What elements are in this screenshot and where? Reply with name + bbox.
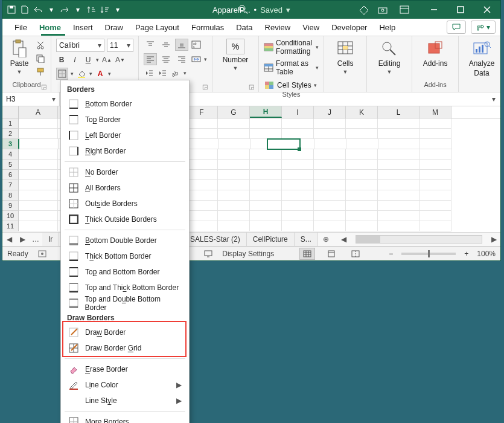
- cell[interactable]: [314, 180, 346, 190]
- cell[interactable]: [250, 160, 282, 170]
- cell[interactable]: [419, 190, 451, 201]
- tab-insert[interactable]: Insert: [67, 19, 99, 36]
- name-box[interactable]: H3 ▾: [2, 92, 60, 106]
- tab-data[interactable]: Data: [230, 19, 258, 36]
- menu-item-bottom-double-border[interactable]: Bottom Double Border: [62, 233, 188, 248]
- cell[interactable]: [186, 160, 218, 170]
- cell[interactable]: [218, 170, 250, 180]
- cell[interactable]: [218, 211, 250, 221]
- cell[interactable]: [250, 170, 282, 180]
- cell[interactable]: [314, 221, 346, 231]
- cell[interactable]: [186, 180, 218, 190]
- view-normal-icon[interactable]: [299, 248, 315, 260]
- row-header[interactable]: 10: [2, 211, 19, 221]
- cut-icon[interactable]: [35, 40, 46, 51]
- cell[interactable]: [419, 221, 451, 231]
- hscroll-right[interactable]: ▶: [487, 233, 500, 246]
- formula-expand-icon[interactable]: ▾: [487, 92, 500, 106]
- cell[interactable]: [314, 160, 346, 170]
- column-header[interactable]: L: [378, 106, 419, 118]
- copy-icon[interactable]: [35, 53, 46, 64]
- format-painter-icon[interactable]: [35, 66, 46, 77]
- tab-developer[interactable]: Developer: [325, 19, 373, 36]
- menu-item-top-thick-bottom-border[interactable]: Top and Thick Bottom Border: [62, 280, 188, 295]
- cell[interactable]: [378, 180, 419, 190]
- cell[interactable]: [346, 221, 378, 231]
- cell[interactable]: [186, 170, 218, 180]
- cell[interactable]: [346, 190, 378, 201]
- cell[interactable]: [378, 201, 419, 211]
- cell[interactable]: [250, 129, 282, 139]
- redo-icon[interactable]: [59, 4, 70, 15]
- cell[interactable]: [19, 160, 58, 170]
- tab-draw[interactable]: Draw: [99, 19, 129, 36]
- cell[interactable]: [250, 149, 282, 160]
- hscroll-left[interactable]: ◀: [337, 233, 351, 246]
- tab-home[interactable]: Home: [33, 19, 67, 36]
- save-status[interactable]: Saved: [260, 5, 282, 15]
- editing-button[interactable]: Editing ▼: [372, 39, 407, 75]
- menu-item-more-borders[interactable]: More Borders...: [62, 414, 188, 423]
- diamond-icon[interactable]: [359, 5, 369, 16]
- comments-button[interactable]: [447, 21, 466, 34]
- menu-item-bottom-border[interactable]: Bottom Border: [62, 96, 188, 112]
- cell[interactable]: [186, 190, 218, 201]
- menu-item-thick-outside-borders[interactable]: Thick Outside Borders: [62, 212, 188, 227]
- cell[interactable]: [218, 160, 250, 170]
- cell[interactable]: [19, 211, 58, 221]
- font-size-dropdown[interactable]: 11▾: [107, 39, 133, 52]
- number-launcher-icon[interactable]: ◲: [247, 83, 255, 91]
- cell[interactable]: [314, 211, 346, 221]
- tab-help[interactable]: Help: [373, 19, 401, 36]
- column-header[interactable]: M: [419, 106, 451, 118]
- cell[interactable]: [282, 129, 314, 139]
- chevron-down-icon[interactable]: ▾: [72, 4, 83, 15]
- cell[interactable]: [419, 211, 451, 221]
- cell[interactable]: [218, 201, 250, 211]
- cell[interactable]: [282, 221, 314, 231]
- view-page-break-icon[interactable]: [348, 248, 363, 260]
- cell[interactable]: [218, 118, 250, 129]
- tab-review[interactable]: Review: [259, 19, 297, 36]
- align-right-icon[interactable]: [175, 53, 188, 65]
- display-settings-label[interactable]: Display Settings: [222, 250, 274, 258]
- decrease-indent-icon[interactable]: [144, 68, 155, 79]
- paste-button[interactable]: Paste ▼: [7, 39, 31, 75]
- display-settings-icon[interactable]: [203, 248, 214, 259]
- select-all-triangle[interactable]: [2, 106, 19, 118]
- sheet-tab[interactable]: S...: [295, 233, 318, 246]
- zoom-in-button[interactable]: +: [464, 250, 468, 258]
- align-center-icon[interactable]: [159, 53, 173, 65]
- cell[interactable]: [346, 149, 378, 160]
- align-left-icon[interactable]: [144, 53, 157, 65]
- menu-item-top-border[interactable]: Top Border: [62, 112, 188, 128]
- cell[interactable]: [19, 180, 58, 190]
- row-header[interactable]: 11: [2, 221, 19, 231]
- cell[interactable]: [186, 211, 218, 221]
- cell[interactable]: [282, 211, 314, 221]
- menu-item-outside-borders[interactable]: Outside Borders: [62, 196, 188, 212]
- chevron-down-icon[interactable]: ▾: [112, 4, 123, 15]
- column-header[interactable]: K: [346, 106, 378, 118]
- row-header[interactable]: 1: [2, 118, 19, 129]
- cell[interactable]: [346, 129, 378, 139]
- cell[interactable]: [250, 201, 282, 211]
- account-icon[interactable]: [377, 4, 388, 15]
- view-page-layout-icon[interactable]: [324, 248, 339, 260]
- cell[interactable]: [250, 211, 282, 221]
- maximize-button[interactable]: [447, 1, 474, 19]
- align-middle-icon[interactable]: [159, 39, 173, 51]
- column-header[interactable]: A: [19, 106, 58, 118]
- tab-file[interactable]: File: [8, 19, 33, 36]
- cell[interactable]: [19, 118, 58, 129]
- search-icon[interactable]: [238, 4, 249, 15]
- column-header[interactable]: I: [282, 106, 314, 118]
- cell[interactable]: [314, 129, 346, 139]
- alignment-launcher-icon[interactable]: ◲: [201, 83, 208, 91]
- cell[interactable]: [378, 170, 419, 180]
- sheet-nav-next[interactable]: ▶: [16, 233, 29, 246]
- cell[interactable]: [282, 190, 314, 201]
- cell[interactable]: [378, 211, 419, 221]
- wrap-text-icon[interactable]: abc: [191, 39, 202, 50]
- active-cell[interactable]: [267, 138, 301, 150]
